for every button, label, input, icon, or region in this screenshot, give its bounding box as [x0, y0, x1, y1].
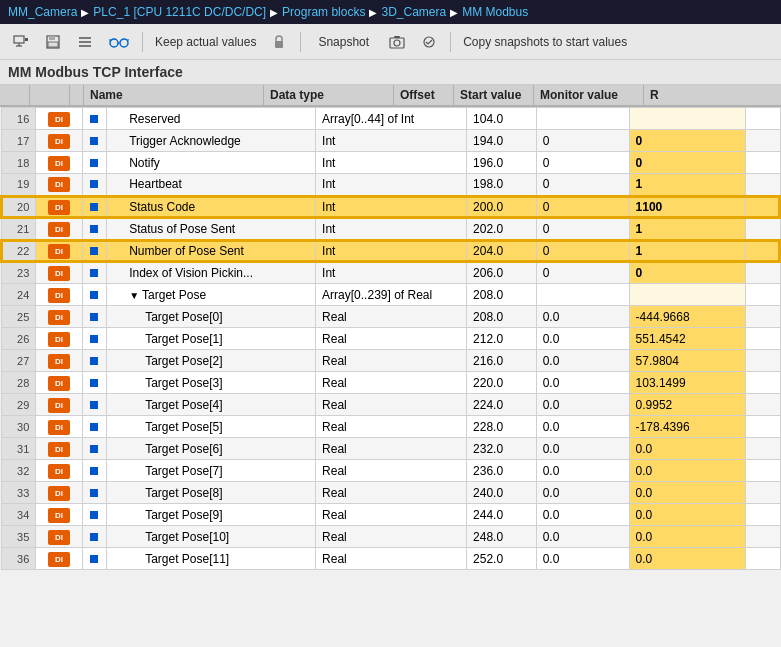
row-name[interactable]: Target Pose[8]: [107, 482, 316, 504]
row-number: 35: [1, 526, 36, 548]
col-header-r: R: [644, 85, 781, 105]
row-icon: DI: [36, 130, 82, 152]
row-name[interactable]: Target Pose[9]: [107, 504, 316, 526]
row-datatype: Int: [316, 196, 467, 218]
row-offset: 212.0: [467, 328, 537, 350]
row-name[interactable]: Target Pose[3]: [107, 372, 316, 394]
table-row[interactable]: 29DITarget Pose[4]Real224.00.00.9952: [1, 394, 780, 416]
table-row[interactable]: 34DITarget Pose[9]Real244.00.00.0: [1, 504, 780, 526]
table-row[interactable]: 33DITarget Pose[8]Real240.00.00.0: [1, 482, 780, 504]
table-row[interactable]: 27DITarget Pose[2]Real216.00.057.9804: [1, 350, 780, 372]
toolbar-btn-lines[interactable]: [72, 31, 98, 53]
row-r: [745, 504, 780, 526]
row-indicator: [82, 284, 106, 306]
row-r: [745, 328, 780, 350]
row-indicator: [82, 130, 106, 152]
row-name[interactable]: Target Pose[2]: [107, 350, 316, 372]
snapshot-camera-btn[interactable]: [384, 31, 410, 53]
row-r: [745, 548, 780, 570]
table-row[interactable]: 16DIReservedArray[0..44] of Int104.0: [1, 108, 780, 130]
row-indicator: [82, 108, 106, 130]
table-row[interactable]: 24DI▼Target PoseArray[0..239] of Real208…: [1, 284, 780, 306]
snapshot-extra-btn[interactable]: [416, 31, 442, 53]
row-datatype: Int: [316, 240, 467, 262]
row-name[interactable]: Target Pose[6]: [107, 438, 316, 460]
breadcrumb-sep-3: ▶: [450, 7, 458, 18]
row-r: [745, 108, 780, 130]
toolbar-btn-glasses[interactable]: [104, 31, 134, 53]
keep-actual-btn[interactable]: [266, 31, 292, 53]
table-row[interactable]: 28DITarget Pose[3]Real220.00.0103.1499: [1, 372, 780, 394]
row-indicator: [82, 240, 106, 262]
row-name[interactable]: Status Code: [107, 196, 316, 218]
row-icon: DI: [36, 284, 82, 306]
row-r: [745, 284, 780, 306]
row-number: 29: [1, 394, 36, 416]
row-name[interactable]: Target Pose[10]: [107, 526, 316, 548]
row-offset: 206.0: [467, 262, 537, 284]
col-header-indicator: [70, 85, 84, 105]
row-number: 31: [1, 438, 36, 460]
row-name[interactable]: Index of Vision Pickin...: [107, 262, 316, 284]
table-row[interactable]: 30DITarget Pose[5]Real228.00.0-178.4396: [1, 416, 780, 438]
table-row[interactable]: 19DIHeartbeatInt198.001: [1, 174, 780, 196]
breadcrumb-item-3[interactable]: 3D_Camera: [381, 5, 446, 19]
row-monitor-value: 0.0: [629, 548, 745, 570]
table-row[interactable]: 20DIStatus CodeInt200.001100: [1, 196, 780, 218]
row-name[interactable]: Target Pose[5]: [107, 416, 316, 438]
table-row[interactable]: 31DITarget Pose[6]Real232.00.00.0: [1, 438, 780, 460]
row-name[interactable]: Trigger Acknowledge: [107, 130, 316, 152]
breadcrumb-item-2[interactable]: Program blocks: [282, 5, 365, 19]
toolbar-btn-1[interactable]: [8, 31, 34, 53]
table-row[interactable]: 32DITarget Pose[7]Real236.00.00.0: [1, 460, 780, 482]
row-icon: DI: [36, 482, 82, 504]
row-offset: 216.0: [467, 350, 537, 372]
table-row[interactable]: 26DITarget Pose[1]Real212.00.0551.4542: [1, 328, 780, 350]
row-name[interactable]: Target Pose[4]: [107, 394, 316, 416]
row-name[interactable]: Notify: [107, 152, 316, 174]
row-name[interactable]: Reserved: [107, 108, 316, 130]
table-row[interactable]: 36DITarget Pose[11]Real252.00.00.0: [1, 548, 780, 570]
row-indicator: [82, 460, 106, 482]
row-monitor-value: 1: [629, 240, 745, 262]
row-name[interactable]: Target Pose[11]: [107, 548, 316, 570]
row-number: 22: [1, 240, 36, 262]
table-row[interactable]: 22DINumber of Pose SentInt204.001: [1, 240, 780, 262]
row-start-value: 0.0: [536, 504, 629, 526]
breadcrumb-item-4[interactable]: MM Modbus: [462, 5, 528, 19]
table-row[interactable]: 25DITarget Pose[0]Real208.00.0-444.9668: [1, 306, 780, 328]
row-name[interactable]: Target Pose[1]: [107, 328, 316, 350]
row-datatype: Real: [316, 504, 467, 526]
row-start-value: 0: [536, 174, 629, 196]
row-datatype: Real: [316, 306, 467, 328]
table-row[interactable]: 21DIStatus of Pose SentInt202.001: [1, 218, 780, 240]
table-row[interactable]: 23DIIndex of Vision Pickin...Int206.000: [1, 262, 780, 284]
lock-icon: [271, 34, 287, 50]
table-row[interactable]: 17DITrigger AcknowledgeInt194.000: [1, 130, 780, 152]
row-r: [745, 306, 780, 328]
toolbar-btn-2[interactable]: [40, 31, 66, 53]
row-r: [745, 240, 780, 262]
row-monitor-value: -444.9668: [629, 306, 745, 328]
row-name[interactable]: Heartbeat: [107, 174, 316, 196]
row-name[interactable]: ▼Target Pose: [107, 284, 316, 306]
row-icon: DI: [36, 262, 82, 284]
breadcrumb-item-1[interactable]: PLC_1 [CPU 1211C DC/DC/DC]: [93, 5, 266, 19]
row-name[interactable]: Status of Pose Sent: [107, 218, 316, 240]
row-indicator: [82, 350, 106, 372]
row-indicator: [82, 482, 106, 504]
row-name[interactable]: Target Pose[0]: [107, 306, 316, 328]
row-offset: 232.0: [467, 438, 537, 460]
row-offset: 196.0: [467, 152, 537, 174]
breadcrumb-item-0[interactable]: MM_Camera: [8, 5, 77, 19]
table-row[interactable]: 35DITarget Pose[10]Real248.00.00.0: [1, 526, 780, 548]
row-datatype: Real: [316, 482, 467, 504]
row-monitor-value: 57.9804: [629, 350, 745, 372]
row-datatype: Real: [316, 416, 467, 438]
row-name[interactable]: Number of Pose Sent: [107, 240, 316, 262]
col-header-datatype: Data type: [264, 85, 394, 105]
row-indicator: [82, 526, 106, 548]
table-row[interactable]: 18DINotifyInt196.000: [1, 152, 780, 174]
row-start-value: 0: [536, 152, 629, 174]
row-name[interactable]: Target Pose[7]: [107, 460, 316, 482]
